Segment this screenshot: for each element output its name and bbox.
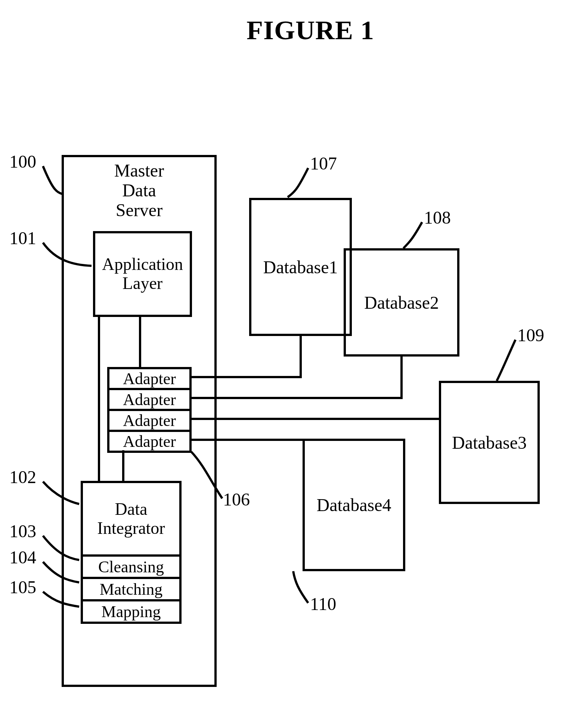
adapter-2: Adapter [109,390,189,411]
database-1-box: Database1 [249,198,352,336]
data-integrator-box: Data Integrator Cleansing Matching Mappi… [81,481,182,624]
database-4-box: Database4 [303,439,405,571]
ref-102-label: 102 [9,467,36,487]
adapter-1: Adapter [109,369,189,390]
mds-title-line2: Data [122,180,156,200]
adapter-3: Adapter [109,411,189,432]
mds-title-line1: Master [114,161,164,180]
application-layer-label: Application Layer [102,255,183,293]
data-integrator-matching: Matching [83,577,179,599]
ref-107-label: 107 [310,153,337,174]
conn-adapter2-db2 [190,357,402,398]
database-3-box: Database3 [439,381,540,504]
data-integrator-title: Data Integrator [83,483,179,554]
adapter-stack: Adapter Adapter Adapter Adapter [107,367,192,453]
ref-109-label: 109 [517,325,544,345]
database-4-label: Database4 [317,495,391,515]
callout-107 [288,168,308,197]
master-data-server-box: Master Data Server Application Layer Ada… [62,155,217,687]
callout-109 [497,340,515,381]
callout-110 [293,571,308,603]
ref-110-label: 110 [310,594,336,614]
ref-100-label: 100 [9,151,36,172]
ref-105-label: 105 [9,577,36,597]
database-3-label: Database3 [452,432,527,453]
ref-103-label: 103 [9,521,36,541]
data-integrator-mapping: Mapping [83,599,179,622]
application-layer-box: Application Layer [93,231,192,317]
callout-108 [403,222,422,248]
figure-page: FIGURE 1 Master Data Server Application … [0,0,567,728]
figure-title: FIGURE 1 [247,15,374,46]
ref-104-label: 104 [9,547,36,567]
ref-101-label: 101 [9,228,36,248]
data-integrator-cleansing: Cleansing [83,554,179,577]
mds-title-line3: Server [116,200,162,220]
ref-106-label: 106 [223,489,250,510]
ref-108-label: 108 [424,207,451,228]
adapter-4: Adapter [109,432,189,453]
database-2-box: Database2 [344,248,459,357]
database-1-label: Database1 [263,257,338,277]
callout-100 [43,166,63,194]
database-2-label: Database2 [364,292,439,313]
master-data-server-title: Master Data Server [64,161,214,220]
